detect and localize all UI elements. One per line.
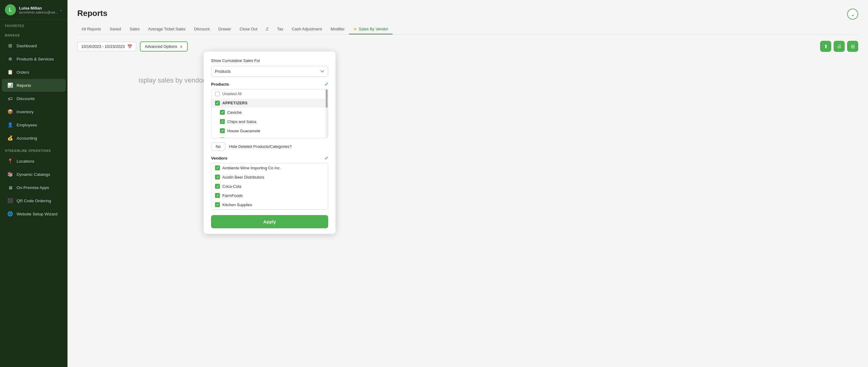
tab-label: Z <box>266 27 268 31</box>
product-label-house-guacamole: House Guacamole <box>227 129 260 133</box>
tab-label: Saved <box>110 27 121 31</box>
tab-z[interactable]: Z <box>261 24 273 34</box>
product-item-ceviche[interactable]: Ceviche <box>211 108 328 117</box>
sidebar-item-website-setup-wizard[interactable]: 🌐Website Setup Wizard <box>2 208 66 220</box>
employees-icon: 👤 <box>7 122 13 128</box>
vendor-item-coca-cola[interactable]: Coca-Cola <box>211 182 328 191</box>
sidebar-item-label: Discounts <box>17 96 35 101</box>
sidebar-nav: FAVORITESMANAGE⊞Dashboard⊛Products & Ser… <box>0 20 67 221</box>
product-item-chips-salsa[interactable]: Chips and Salsa <box>211 117 328 126</box>
tab-label: All Reports <box>82 27 101 31</box>
vendor-checkbox-ambiente[interactable] <box>215 165 220 170</box>
vendor-checkbox-kitchen-supplies[interactable] <box>215 202 220 207</box>
tab-average-ticket-sales[interactable]: Average Ticket Sales <box>144 24 190 34</box>
vendor-item-ambiente[interactable]: Ambiente Wine Importing Co Inc. <box>211 163 328 173</box>
tab-modifier[interactable]: Modifier <box>327 24 349 34</box>
sidebar-section-label: STREAMLINE OPERATIONS <box>0 145 67 154</box>
user-name: Luisa Millan <box>19 6 60 10</box>
page-title: Reports <box>77 8 858 18</box>
advanced-options-button[interactable]: Advanced Options ∧ <box>140 41 188 52</box>
advanced-options-panel: Show Cumulative Sales For ProductsCatego… <box>204 52 336 234</box>
products-checkbox-list[interactable]: Unselect AllAPPETIZERSCevicheChips and S… <box>211 89 328 138</box>
share-button[interactable]: ⬆ <box>820 41 831 52</box>
sidebar-item-label: On-Premise Apps <box>17 185 49 190</box>
chevron-up-icon: ∧ <box>180 44 183 49</box>
vendor-checkbox-farmfoods[interactable] <box>215 193 220 198</box>
unselect-all-checkbox[interactable] <box>215 91 220 96</box>
print-button[interactable]: 🖨 <box>834 41 845 52</box>
qr-code-ordering-icon: ⬛ <box>7 197 13 204</box>
sidebar-item-employees[interactable]: 👤Employees <box>2 118 66 131</box>
tab-sales[interactable]: Sales <box>125 24 144 34</box>
sidebar-item-qr-code-ordering[interactable]: ⬛QR Code Ordering <box>2 194 66 207</box>
vendor-label-coca-cola: Coca-Cola <box>222 184 241 189</box>
vendors-expand-icon[interactable]: ⤢ <box>324 156 328 160</box>
products-expand-icon[interactable]: ⤢ <box>324 82 328 87</box>
sidebar-item-accounting[interactable]: 💰Accounting <box>2 132 66 145</box>
vendor-item-kitchen-supplies[interactable]: Kitchen Supplies <box>211 200 328 209</box>
sidebar-item-locations[interactable]: 📍Locations <box>2 155 66 167</box>
sidebar-item-label: Reports <box>17 83 31 88</box>
cumulative-sales-dropdown[interactable]: ProductsCategoriesVendors <box>211 66 328 77</box>
tab-tax[interactable]: Tax <box>273 24 287 34</box>
category-item-appetizers[interactable]: APPETIZERS <box>211 98 328 108</box>
expand-circle-button[interactable]: ⌄ <box>847 8 858 20</box>
dashboard-icon: ⊞ <box>7 42 13 49</box>
sidebar-item-label: QR Code Ordering <box>17 198 51 203</box>
sidebar-item-inventory[interactable]: 📦Inventory <box>2 105 66 118</box>
category-checkbox-appetizers[interactable] <box>215 101 220 105</box>
tab-close-out[interactable]: Close Out <box>235 24 261 34</box>
user-info: Luisa Millan tacontento.salesvu@salesvu.… <box>19 6 60 14</box>
hide-deleted-toggle[interactable]: No <box>211 142 225 151</box>
sidebar-item-dashboard[interactable]: ⊞Dashboard <box>2 39 66 52</box>
product-checkbox-ceviche[interactable] <box>220 110 225 115</box>
print-icon: 🖨 <box>837 43 842 49</box>
vendor-label-ambiente: Ambiente Wine Importing Co Inc. <box>222 166 281 170</box>
tab-cash-adjustment[interactable]: Cash Adjustment <box>287 24 326 34</box>
tab-all-reports[interactable]: All Reports <box>77 24 105 34</box>
vendor-item-farmfoods[interactable]: FarmFoods <box>211 191 328 200</box>
tab-label: Drawer <box>218 27 231 31</box>
sidebar-item-discounts[interactable]: 🏷Discounts <box>2 92 66 105</box>
tab-drawer[interactable]: Drawer <box>214 24 235 34</box>
sidebar-item-orders[interactable]: 📋Orders <box>2 66 66 79</box>
tab-sales-by-vendor[interactable]: ★ Sales By Vendor <box>349 24 393 34</box>
vendor-checkbox-coca-cola[interactable] <box>215 184 220 189</box>
inventory-icon: 📦 <box>7 108 13 115</box>
date-range-button[interactable]: 10/16/2023 - 10/23/2023 📅 <box>77 42 136 51</box>
product-label-ceviche: Ceviche <box>227 110 242 115</box>
product-item-nachos[interactable]: Nachos <box>211 135 328 138</box>
user-menu-chevron-icon: ⌄ <box>60 8 63 12</box>
user-profile[interactable]: L Luisa Millan tacontento.salesvu@salesv… <box>0 0 67 20</box>
product-checkbox-chips-salsa[interactable] <box>220 119 225 124</box>
product-checkbox-house-guacamole[interactable] <box>220 128 225 133</box>
grid-view-button[interactable]: ⊞ <box>847 41 858 52</box>
sidebar-item-label: Locations <box>17 159 34 163</box>
grid-icon: ⊞ <box>851 43 855 50</box>
apply-button[interactable]: Apply <box>211 215 328 228</box>
tab-saved[interactable]: Saved <box>105 24 125 34</box>
vendors-checkbox-list[interactable]: Ambiente Wine Importing Co Inc.Austin Be… <box>211 163 328 210</box>
sidebar-item-products-services[interactable]: ⊛Products & Services <box>2 53 66 65</box>
avatar: L <box>5 4 16 16</box>
products-label: Products <box>211 82 229 87</box>
unselect-all-item[interactable]: Unselect All <box>211 89 328 98</box>
tab-label: Cash Adjustment <box>292 27 322 31</box>
sidebar-item-dynamic-catalogs[interactable]: 📚Dynamic Catalogs <box>2 168 66 181</box>
product-item-house-guacamole[interactable]: House Guacamole <box>211 126 328 135</box>
vendor-item-austin-beer[interactable]: Austin Beer Distributors <box>211 173 328 182</box>
sidebar-item-reports[interactable]: 📊Reports <box>2 79 66 92</box>
website-setup-wizard-icon: 🌐 <box>7 211 13 217</box>
vendor-checkbox-austin-beer[interactable] <box>215 175 220 180</box>
sidebar-item-on-premise-apps[interactable]: 🖥On-Premise Apps <box>2 181 66 194</box>
tab-discount[interactable]: Discount <box>190 24 214 34</box>
product-checkbox-nachos[interactable] <box>220 137 225 138</box>
sidebar-item-label: Dynamic Catalogs <box>17 172 50 177</box>
hide-deleted-label: Hide Deleted Products/Categories? <box>229 144 292 149</box>
tab-label: Tax <box>277 27 283 31</box>
toolbar: 10/16/2023 - 10/23/2023 📅 Advanced Optio… <box>77 41 858 52</box>
vendors-label: Vendors <box>211 156 227 160</box>
toolbar-actions: ⬆ 🖨 ⊞ <box>820 41 858 52</box>
vendor-label-austin-beer: Austin Beer Distributors <box>222 175 265 180</box>
reports-icon: 📊 <box>7 82 13 89</box>
